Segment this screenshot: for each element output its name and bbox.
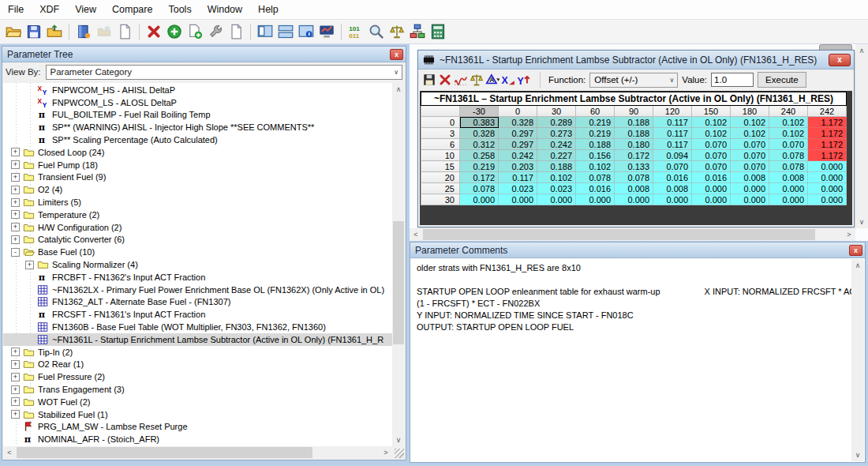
execute-button[interactable]: Execute xyxy=(758,72,806,88)
scroll-right-icon[interactable]: > xyxy=(843,228,855,241)
tree-item[interactable]: +Trans Engagement (3) xyxy=(3,383,392,396)
expand-plus-icon[interactable]: + xyxy=(11,160,20,169)
scales-compare-icon[interactable] xyxy=(470,73,484,87)
recent-faded-icon[interactable] xyxy=(96,24,112,39)
row-header[interactable]: 20 xyxy=(421,172,460,183)
tree-item[interactable]: +WOT Fuel (2) xyxy=(3,396,392,408)
grid-cell[interactable]: 0.172 xyxy=(460,172,499,183)
menu-compare[interactable]: Compare xyxy=(104,1,160,18)
grid-cell[interactable]: 0.188 xyxy=(537,161,576,172)
grid-cell[interactable]: 0.219 xyxy=(576,117,615,128)
grid-cell[interactable]: 0.188 xyxy=(615,128,653,139)
menu-help[interactable]: Help xyxy=(250,1,286,18)
expand-plus-icon[interactable]: + xyxy=(11,410,20,419)
grid-cell[interactable]: 0.016 xyxy=(653,172,692,183)
grid-cell[interactable]: 0.289 xyxy=(537,117,576,128)
grid-cell[interactable]: 0.000 xyxy=(692,194,731,205)
grid-cell[interactable]: 0.000 xyxy=(769,194,808,205)
grid-cell[interactable]: 0.328 xyxy=(460,128,499,139)
grid-cell[interactable]: 0.000 xyxy=(615,194,653,205)
tree-item[interactable]: πFRCBFT - FN1362's Input ACT Fraction xyxy=(3,271,392,284)
comments-vertical-scrollbar[interactable]: ∧ ∨ xyxy=(851,259,864,461)
row-header[interactable]: 25 xyxy=(421,183,460,194)
grid-cell[interactable]: 0.102 xyxy=(692,117,731,128)
column-header[interactable]: 150 xyxy=(692,106,731,117)
mdi-hscroll-thumb[interactable] xyxy=(423,229,815,240)
parameter-tree-close-button[interactable]: x xyxy=(390,49,403,60)
grid-cell[interactable]: 0.102 xyxy=(537,172,576,183)
calculator-icon[interactable] xyxy=(430,24,446,39)
row-header[interactable]: 6 xyxy=(421,139,460,150)
menu-window[interactable]: Window xyxy=(200,1,250,18)
tree-item[interactable]: +Catalytic Converter (6) xyxy=(3,234,392,246)
search-icon[interactable] xyxy=(369,24,384,39)
grid-cell[interactable]: 0.000 xyxy=(460,194,499,205)
grid-cell[interactable]: 0.078 xyxy=(576,172,615,183)
add-item-icon[interactable] xyxy=(166,24,182,39)
expand-plus-icon[interactable]: + xyxy=(11,148,20,156)
grid-cell[interactable]: 0.188 xyxy=(576,139,615,150)
row-header[interactable]: 10 xyxy=(421,150,460,161)
grid-cell[interactable]: 1.172 xyxy=(808,128,847,139)
grid-cell[interactable]: 0.258 xyxy=(460,150,499,161)
tree-item[interactable]: XYFNPWCOM_LS - ALOSL DeltaP xyxy=(3,96,392,109)
grid-cell[interactable]: 0.008 xyxy=(653,183,692,194)
copy-add-icon[interactable] xyxy=(187,24,203,39)
tree-item[interactable]: πSP** Scaling Percentage (Auto Calculate… xyxy=(3,133,392,146)
tree-item[interactable]: FN1360B - Base Fuel Table (WOT Multiplie… xyxy=(3,321,392,333)
x-axis-icon[interactable]: X xyxy=(501,73,515,87)
grid-cell[interactable]: 1.172 xyxy=(808,150,847,161)
row-header[interactable]: 30 xyxy=(421,194,460,205)
column-header[interactable]: 30 xyxy=(537,106,576,117)
parameter-comments-close-button[interactable]: x xyxy=(849,245,862,256)
save-bw-icon[interactable] xyxy=(422,73,436,87)
grid-cell[interactable]: 0.219 xyxy=(460,161,499,172)
column-header[interactable]: 90 xyxy=(615,106,653,117)
grid-cell[interactable]: 1.172 xyxy=(808,139,847,150)
tree-item[interactable]: +O2 (4) xyxy=(3,183,392,196)
tree-item[interactable]: PRG_LAM_SW - Lambse Reset Purge xyxy=(3,421,392,434)
scroll-up-icon[interactable]: ∧ xyxy=(851,259,864,272)
tree-item[interactable]: πNOMINAL_AFR - (Stoich_AFR) xyxy=(3,433,392,445)
wave-chart-icon[interactable] xyxy=(454,73,468,87)
resize-grip[interactable] xyxy=(395,449,404,458)
grid-cell[interactable]: 0.000 xyxy=(537,194,576,205)
folder-up-icon[interactable] xyxy=(47,24,62,39)
grid-cell[interactable]: 1.172 xyxy=(808,117,847,128)
delete-item-icon[interactable] xyxy=(146,24,162,39)
grid-cell[interactable]: 0.102 xyxy=(769,128,808,139)
tree-item[interactable]: +Fuel Pump (18) xyxy=(3,159,392,171)
grid-cell[interactable]: 0.117 xyxy=(653,128,692,139)
grid-cell[interactable]: 0.117 xyxy=(653,139,692,150)
blank-document-icon[interactable] xyxy=(228,24,244,39)
value-input[interactable] xyxy=(711,73,754,87)
grid-cell[interactable]: 0.078 xyxy=(769,150,808,161)
scroll-down-icon[interactable]: ∨ xyxy=(851,449,864,461)
expand-plus-icon[interactable]: + xyxy=(11,373,20,381)
grid-cell[interactable]: 0.023 xyxy=(499,183,537,194)
table-window-titlebar[interactable]: ~FN1361L - Startup Enrichment Lambse Sub… xyxy=(418,51,854,70)
grid-cell[interactable]: 0.000 xyxy=(576,194,615,205)
layout-panels-icon[interactable] xyxy=(257,24,273,39)
grid-cell[interactable]: 0.188 xyxy=(615,117,653,128)
scroll-down-icon[interactable]: ∨ xyxy=(855,216,868,228)
tree-hscroll-thumb[interactable] xyxy=(17,447,312,458)
tree-item[interactable]: XYFNPWCOM_HS - AHISL DeltaP xyxy=(3,84,392,96)
grid-cell[interactable]: 0.000 xyxy=(808,172,847,183)
grid-cell[interactable]: 0.000 xyxy=(808,194,847,205)
function-dropdown[interactable]: Offset (+/-) ∨ xyxy=(589,73,678,88)
window-info-icon[interactable] xyxy=(298,24,314,39)
grid-cell[interactable]: 0.070 xyxy=(769,139,808,150)
tree-item[interactable]: +Transient Fuel (9) xyxy=(3,171,392,184)
grid-cell[interactable]: 0.297 xyxy=(499,128,537,139)
grid-cell[interactable]: 0.070 xyxy=(731,161,769,172)
expand-plus-icon[interactable]: + xyxy=(25,261,34,269)
mdi-horizontal-scrollbar[interactable]: < > xyxy=(410,228,855,241)
column-header[interactable]: 242 xyxy=(808,106,847,117)
expand-plus-icon[interactable]: + xyxy=(11,173,20,182)
grid-cell[interactable]: 0.180 xyxy=(615,139,653,150)
grid-cell[interactable]: 0.242 xyxy=(499,150,537,161)
menu-xdf[interactable]: XDF xyxy=(32,1,67,18)
split-horizontal-icon[interactable] xyxy=(278,24,294,39)
grid-cell[interactable]: 0.070 xyxy=(731,150,769,161)
